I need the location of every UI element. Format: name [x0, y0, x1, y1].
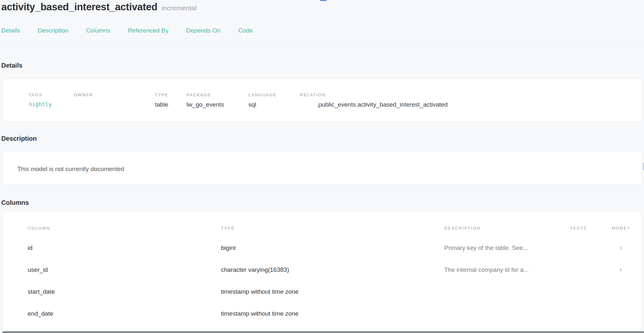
detail-field-type: TYPE table — [155, 92, 187, 122]
nav-link-columns[interactable]: Columns — [86, 27, 110, 34]
description-section-title: Description — [1, 135, 644, 142]
clipped-element-bottom — [3, 331, 644, 333]
detail-field-owner: OWNER — [74, 92, 155, 122]
column-type: timestamp without time zone — [221, 288, 444, 295]
column-name: user_id — [28, 266, 221, 273]
details-card: TAGS nightly OWNER TYPE table PACKAGE lw… — [3, 79, 642, 122]
column-description: The internal company id for a... — [444, 266, 570, 273]
description-card: This model is not currently documented — [3, 152, 642, 185]
detail-label-type: TYPE — [155, 92, 187, 97]
page-header: activity_based_interest_activated increm… — [1, 0, 644, 13]
detail-label-owner: OWNER — [74, 92, 155, 97]
detail-field-tags: TAGS nightly — [29, 92, 74, 122]
nav-link-depends-on[interactable]: Depends On — [186, 27, 221, 34]
detail-value-language: sql — [248, 101, 300, 108]
column-header-type: TYPE — [221, 226, 444, 231]
columns-table-header: COLUMN TYPE DESCRIPTION TESTS MORE? — [28, 226, 641, 231]
detail-value-package: lw_go_events — [187, 101, 248, 108]
table-row-end-date[interactable]: end_date timestamp without time zone — [28, 303, 641, 325]
nav-divider — [0, 45, 644, 45]
columns-section-title: Columns — [1, 199, 644, 206]
column-name: end_date — [28, 310, 221, 317]
detail-field-package: PACKAGE lw_go_events — [187, 92, 248, 122]
nav-link-details[interactable]: Details — [1, 27, 20, 34]
column-type: timestamp without time zone — [221, 310, 444, 317]
detail-value-relation: .public_events.activity_based_interest_a… — [300, 101, 641, 108]
column-header-tests: TESTS — [570, 226, 612, 231]
table-row-id[interactable]: id bigint Primary key of the table. See.… — [28, 237, 641, 259]
column-header-description: DESCRIPTION — [444, 226, 570, 231]
details-section-title: Details — [1, 62, 644, 69]
detail-label-package: PACKAGE — [187, 92, 248, 97]
columns-card: COLUMN TYPE DESCRIPTION TESTS MORE? id b… — [3, 211, 642, 333]
nav-link-code[interactable]: Code — [238, 27, 253, 34]
column-header-more: MORE? — [612, 226, 641, 231]
table-row-user-id[interactable]: user_id character varying(16383) The int… — [28, 259, 641, 281]
detail-label-language: LANGUAGE — [248, 92, 300, 97]
description-text: This model is not currently documented — [17, 166, 641, 173]
column-name: id — [28, 244, 221, 252]
detail-value-type: table — [155, 101, 187, 108]
column-type: character varying(16383) — [221, 266, 444, 273]
detail-field-language: LANGUAGE sql — [248, 92, 300, 122]
detail-label-tags: TAGS — [29, 92, 74, 97]
column-header-column: COLUMN — [28, 226, 221, 231]
table-row-start-date[interactable]: start_date timestamp without time zone — [28, 281, 641, 303]
clipped-element-top — [320, 0, 327, 1]
nav-link-referenced-by[interactable]: Referenced By — [128, 27, 168, 34]
anchor-nav: Details Description Columns Referenced B… — [1, 27, 644, 34]
detail-field-relation: RELATION .public_events.activity_based_i… — [300, 92, 641, 122]
chevron-right-icon[interactable]: › — [612, 244, 641, 252]
tag-link-nightly[interactable]: nightly — [29, 101, 74, 108]
materialization-badge: incremental — [162, 4, 197, 12]
page-title: activity_based_interest_activated — [1, 1, 158, 13]
nav-link-description[interactable]: Description — [38, 27, 68, 34]
model-docs-page: activity_based_interest_activated increm… — [0, 0, 644, 333]
column-description: Primary key of the table. See... — [444, 244, 570, 252]
chevron-right-icon[interactable]: › — [612, 266, 641, 273]
column-name: start_date — [28, 288, 221, 295]
detail-label-relation: RELATION — [300, 92, 641, 97]
column-type: bigint — [221, 244, 444, 252]
